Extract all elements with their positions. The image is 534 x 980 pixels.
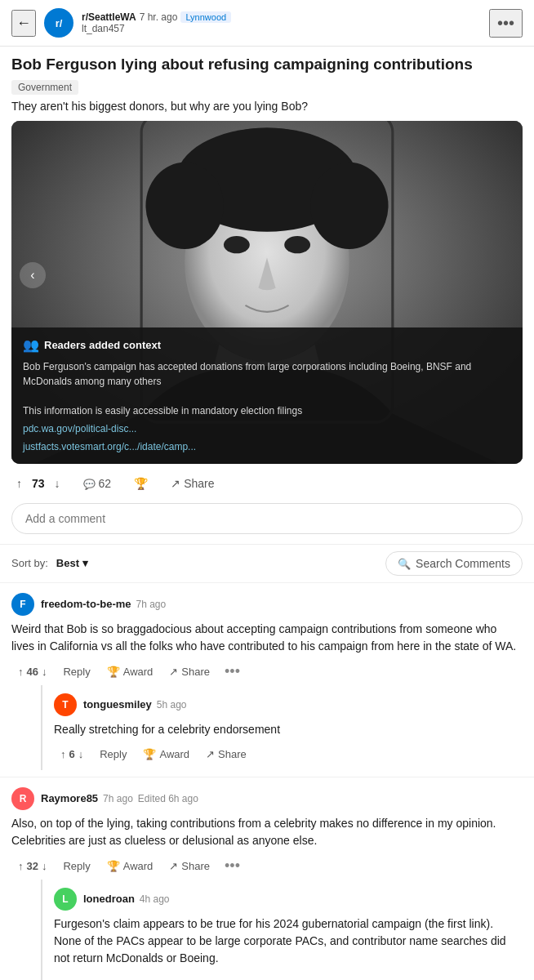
upvote-button[interactable] <box>11 474 27 493</box>
context-link-1[interactable]: pdc.wa.gov/political-disc... <box>23 421 511 436</box>
comment-body: Also, on top of the lying, taking contri… <box>11 815 523 849</box>
comments-section: F freedom-to-be-me 7h ago Weird that Bob… <box>0 582 534 980</box>
share-button[interactable]: Share <box>162 857 216 875</box>
reply-meta: tonguesmiley 5h ago <box>83 698 187 710</box>
reply-upvote-button[interactable]: 6 <box>54 745 90 764</box>
share-button[interactable]: Share <box>162 662 216 681</box>
header-meta: r/SeattleWA 7 hr. ago Lynnwood <box>82 11 481 23</box>
reply-item: L lonedroan 4h ago Furgeson's claim appe… <box>54 880 523 980</box>
image-carousel: 👥 Readers added context Bob Ferguson's c… <box>11 121 523 464</box>
reply-button[interactable]: Reply <box>56 857 96 875</box>
reply-header: L lonedroan 4h ago <box>54 888 523 911</box>
comment-item: R Raymore85 7h ago Edited 6h ago Also, o… <box>0 777 534 980</box>
context-icon: 👥 <box>23 337 39 353</box>
reply-body: Furgeson's claim appears to be true for … <box>54 915 523 980</box>
post-time: 7 hr. ago <box>140 11 178 23</box>
more-options-button[interactable]: ••• <box>220 662 245 682</box>
comment-button[interactable]: 62 <box>78 474 117 493</box>
comment-actions: 32 Reply 🏆 Award Share ••• <box>11 856 523 876</box>
upvote-icon <box>60 748 66 760</box>
avatar-letter: r/ <box>56 17 63 29</box>
share-icon <box>169 666 178 678</box>
comment-actions: 46 Reply 🏆 Award Share ••• <box>11 662 523 682</box>
downvote-icon <box>42 860 47 872</box>
comment-edited: Edited 6h ago <box>138 793 198 804</box>
award-button[interactable]: 🏆 <box>129 474 153 493</box>
downvote-icon <box>42 666 47 678</box>
search-icon <box>398 557 411 570</box>
commenter-username[interactable]: Raymore85 <box>41 792 98 804</box>
comment-item: F freedom-to-be-me 7h ago Weird that Bob… <box>0 582 534 773</box>
commenter-avatar: F <box>11 593 34 616</box>
svg-point-3 <box>224 236 250 253</box>
upvote-icon <box>18 860 24 872</box>
comment-time: 7h ago <box>136 599 167 610</box>
post-actions: 73 62 🏆 Share <box>0 464 534 503</box>
sort-best-button[interactable]: Best <box>56 557 88 569</box>
post-subtitle: They aren't his biggest donors, but why … <box>0 100 534 121</box>
vote-count: 73 <box>32 477 45 490</box>
svg-point-6 <box>145 163 223 249</box>
subreddit-name[interactable]: r/SeattleWA <box>82 11 136 23</box>
comment-upvote-button[interactable]: 46 <box>11 662 53 681</box>
award-button[interactable]: 🏆 Award <box>100 857 160 875</box>
commenter-avatar: R <box>11 787 34 810</box>
carousel-prev-button[interactable]: ‹ <box>20 262 46 288</box>
context-box: 👥 Readers added context Bob Ferguson's c… <box>11 327 523 464</box>
comment-input[interactable] <box>11 503 523 534</box>
reply-reply-button[interactable]: Reply <box>93 745 133 764</box>
vote-count: 46 <box>27 666 38 678</box>
reply-username[interactable]: tonguesmiley <box>83 698 152 710</box>
svg-point-7 <box>310 163 388 249</box>
comment-time: 7h ago <box>103 793 133 804</box>
post-title: Bob Ferguson lying about refusing campai… <box>0 47 534 80</box>
award-button[interactable]: 🏆 Award <box>100 662 160 681</box>
award-icon: 🏆 <box>107 860 120 872</box>
context-body: Bob Ferguson's campaign has accepted don… <box>23 359 511 454</box>
upvote-icon <box>18 666 24 678</box>
search-comments-button[interactable]: Search Comments <box>385 551 523 576</box>
share-icon <box>206 748 215 760</box>
post-author: lt_dan457 <box>82 23 481 34</box>
reply-body: Really stretching for a celebrity endors… <box>54 721 523 738</box>
downvote-icon <box>78 748 84 760</box>
post-header: r/ r/SeattleWA 7 hr. ago Lynnwood lt_dan… <box>0 0 534 47</box>
back-button[interactable] <box>11 10 36 37</box>
reply-container: L lonedroan 4h ago Furgeson's claim appe… <box>41 880 523 980</box>
reply-actions: 6 Reply 🏆 Award Share <box>54 745 523 764</box>
user-flair: Lynnwood <box>180 11 231 23</box>
award-icon: 🏆 <box>107 666 120 678</box>
reply-container: T tonguesmiley 5h ago Really stretching … <box>41 685 523 770</box>
reply-button[interactable]: Reply <box>56 662 96 681</box>
reply-share-button[interactable]: Share <box>199 745 253 764</box>
upvote-icon <box>16 477 22 490</box>
comment-upvote-button[interactable]: 32 <box>11 857 53 875</box>
award-icon: 🏆 <box>134 477 148 490</box>
downvote-icon <box>55 477 60 490</box>
award-icon: 🏆 <box>143 748 156 760</box>
subreddit-avatar: r/ <box>44 8 73 38</box>
comment-icon <box>83 477 96 490</box>
commenter-username[interactable]: freedom-to-be-me <box>41 598 131 610</box>
post-flair[interactable]: Government <box>11 80 78 95</box>
share-icon <box>171 477 180 490</box>
share-icon <box>169 860 178 872</box>
share-button[interactable]: Share <box>166 474 219 493</box>
context-link-2[interactable]: justfacts.votesmart.org/c.../idate/camp.… <box>23 439 511 454</box>
more-options-button[interactable]: ••• <box>489 9 523 38</box>
reply-header: T tonguesmiley 5h ago <box>54 693 523 716</box>
comment-body: Weird that Bob is so braggadocious about… <box>11 621 523 655</box>
reply-time: 4h ago <box>140 893 170 905</box>
comment-box-container <box>0 503 534 544</box>
chevron-icon <box>82 557 88 569</box>
context-header: 👥 Readers added context <box>23 337 511 353</box>
comment-header: R Raymore85 7h ago Edited 6h ago <box>11 787 523 810</box>
reply-username[interactable]: lonedroan <box>83 893 135 905</box>
vote-group: 73 <box>11 474 65 493</box>
downvote-button[interactable] <box>50 474 65 493</box>
vote-count: 6 <box>69 748 75 760</box>
vote-count: 32 <box>27 860 38 872</box>
more-options-button[interactable]: ••• <box>220 856 245 876</box>
back-arrow-icon <box>16 15 31 31</box>
reply-award-button[interactable]: 🏆 Award <box>136 745 196 764</box>
